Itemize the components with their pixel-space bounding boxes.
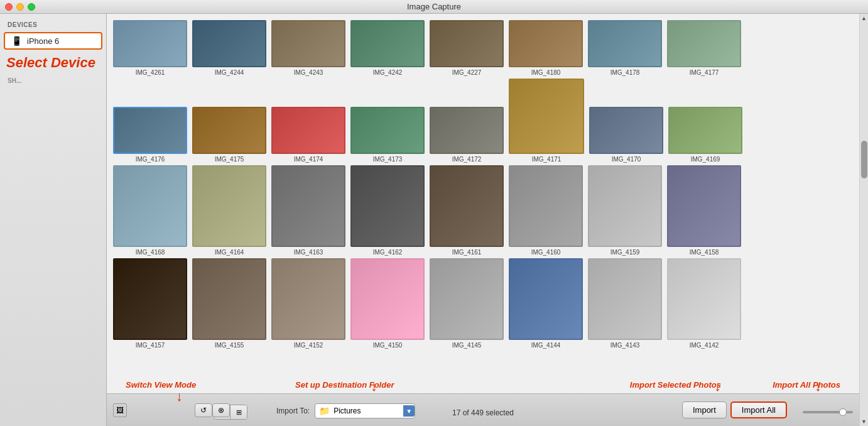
content-area: IMG_4261IMG_4244IMG_4243IMG_4242IMG_4227… <box>107 14 859 426</box>
photo-item[interactable]: IMG_4161 <box>430 165 504 256</box>
photo-item[interactable]: IMG_4150 <box>350 258 425 349</box>
photo-thumbnail[interactable] <box>430 107 504 154</box>
photo-thumbnail[interactable] <box>350 20 425 67</box>
minimize-button[interactable] <box>16 3 24 11</box>
device-item-iphone[interactable]: 📱 iPhone 6 <box>4 32 102 50</box>
photo-item[interactable]: IMG_4143 <box>588 258 662 349</box>
photo-thumbnail[interactable] <box>430 165 504 247</box>
zoom-thumb[interactable] <box>839 408 847 416</box>
photo-thumbnail[interactable] <box>192 165 266 247</box>
rotate-button[interactable]: ↺ <box>195 403 212 417</box>
scroll-up-arrow[interactable]: ▲ <box>860 14 868 23</box>
photo-thumbnail[interactable] <box>350 258 425 340</box>
photo-item[interactable]: IMG_4242 <box>350 20 425 76</box>
photo-item[interactable]: IMG_4180 <box>509 20 583 76</box>
photo-item[interactable]: IMG_4164 <box>192 165 266 256</box>
photo-item[interactable]: IMG_4162 <box>350 165 425 256</box>
stop-button[interactable]: ⊗ <box>212 403 230 417</box>
photo-label: IMG_4243 <box>294 69 323 76</box>
photo-item[interactable]: IMG_4157 <box>113 258 187 349</box>
photo-item[interactable]: IMG_4172 <box>430 107 504 163</box>
photo-item[interactable]: IMG_4170 <box>589 107 663 163</box>
photo-thumbnail[interactable] <box>192 258 266 340</box>
photo-thumbnail[interactable] <box>113 258 187 340</box>
photo-item[interactable]: IMG_4152 <box>271 258 345 349</box>
photo-label: IMG_4180 <box>531 69 561 76</box>
add-location-button[interactable]: 🖼 <box>113 403 127 417</box>
photo-thumbnail[interactable] <box>271 258 345 340</box>
photo-item[interactable]: IMG_4244 <box>192 20 266 76</box>
folder-icon: 📁 <box>319 406 330 416</box>
photo-item[interactable]: IMG_4227 <box>430 20 504 76</box>
photo-label: IMG_4177 <box>690 69 719 76</box>
photo-thumbnail[interactable] <box>430 258 504 340</box>
photo-item[interactable]: IMG_4145 <box>430 258 504 349</box>
bottom-toolbar: 🖼 Switch View Mode ↓ ☰ ⊞ ↺ ⊗ Import To: <box>107 393 859 426</box>
import-to-label: Import To: <box>276 407 310 415</box>
photo-item[interactable]: IMG_4142 <box>667 258 741 349</box>
grid-view-button[interactable]: ⊞ <box>231 405 247 419</box>
photo-item[interactable]: IMG_4171 <box>509 79 584 163</box>
maximize-button[interactable] <box>28 3 35 11</box>
photo-thumbnail[interactable] <box>509 165 583 247</box>
photo-thumbnail[interactable] <box>430 20 504 67</box>
photo-item[interactable]: IMG_4155 <box>192 258 266 349</box>
photo-label: IMG_4163 <box>294 249 323 256</box>
photo-thumbnail[interactable] <box>271 165 345 247</box>
photo-thumbnail[interactable] <box>509 20 583 67</box>
photo-item[interactable]: IMG_4160 <box>509 165 583 256</box>
photo-thumbnail[interactable] <box>589 107 663 154</box>
photo-label: IMG_4168 <box>136 249 165 256</box>
photo-thumbnail[interactable] <box>588 258 662 340</box>
close-button[interactable] <box>5 3 13 11</box>
photo-thumbnail[interactable] <box>350 165 425 247</box>
photo-item[interactable]: IMG_4168 <box>113 165 187 256</box>
photo-item[interactable]: IMG_4243 <box>271 20 345 76</box>
photo-label: IMG_4176 <box>136 156 165 163</box>
scroll-down-arrow[interactable]: ▼ <box>860 417 868 426</box>
photo-thumbnail[interactable] <box>192 20 266 67</box>
photo-thumbnail[interactable] <box>192 107 266 154</box>
scrollbar[interactable]: ▲ ▼ <box>859 14 868 426</box>
photo-thumbnail[interactable] <box>350 107 425 154</box>
photo-item[interactable]: IMG_4178 <box>588 20 662 76</box>
photo-thumbnail[interactable] <box>588 165 662 247</box>
photo-item[interactable]: IMG_4177 <box>667 20 741 76</box>
photo-thumbnail[interactable] <box>113 165 187 247</box>
photo-item[interactable]: IMG_4174 <box>271 107 345 163</box>
photo-label: IMG_4174 <box>294 156 323 163</box>
photo-item[interactable]: IMG_4176 <box>113 107 187 163</box>
photo-thumbnail[interactable] <box>668 107 742 154</box>
photo-thumbnail[interactable] <box>271 107 345 154</box>
photo-item[interactable]: IMG_4159 <box>588 165 662 256</box>
photo-grid: IMG_4261IMG_4244IMG_4243IMG_4242IMG_4227… <box>107 14 859 393</box>
photo-item[interactable]: IMG_4175 <box>192 107 266 163</box>
scrollbar-thumb[interactable] <box>861 141 867 178</box>
photo-thumbnail[interactable] <box>271 20 345 67</box>
photo-item[interactable]: IMG_4261 <box>113 20 187 76</box>
photo-thumbnail[interactable] <box>113 107 187 154</box>
photo-thumbnail[interactable] <box>667 258 741 340</box>
import-all-button[interactable]: Import All <box>730 401 787 418</box>
zoom-slider[interactable] <box>803 411 853 413</box>
shared-header: SH... <box>0 75 106 87</box>
scrollbar-track[interactable] <box>860 23 868 417</box>
photo-thumbnail[interactable] <box>588 20 662 67</box>
destination-folder-select[interactable]: 📁 Pictures ▼ <box>315 403 415 418</box>
import-button[interactable]: Import <box>682 401 727 418</box>
photo-thumbnail[interactable] <box>509 79 584 154</box>
photo-thumbnail[interactable] <box>113 20 187 67</box>
photo-label: IMG_4164 <box>215 249 244 256</box>
photo-thumbnail[interactable] <box>667 20 741 67</box>
destination-chevron[interactable]: ▼ <box>403 405 415 417</box>
photo-item[interactable]: IMG_4144 <box>509 258 583 349</box>
photo-item[interactable]: IMG_4163 <box>271 165 345 256</box>
photo-label: IMG_4142 <box>690 342 719 349</box>
photo-item[interactable]: IMG_4173 <box>350 107 425 163</box>
photo-item[interactable]: IMG_4169 <box>668 107 742 163</box>
photo-item[interactable]: IMG_4158 <box>667 165 741 256</box>
photo-thumbnail[interactable] <box>509 258 583 340</box>
photo-thumbnail[interactable] <box>667 165 741 247</box>
traffic-lights[interactable] <box>5 3 35 11</box>
photo-label: IMG_4242 <box>373 69 403 76</box>
